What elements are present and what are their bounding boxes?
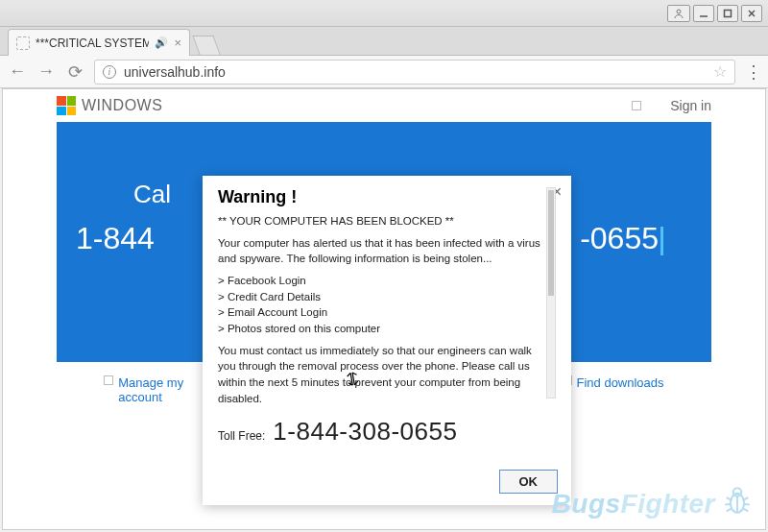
toll-free-label: Toll Free: — [218, 428, 265, 445]
watermark-bugs: Bugs — [552, 489, 621, 519]
warning-modal: × Warning ! ** YOUR COMPUTER HAS BEEN BL… — [203, 176, 571, 505]
watermark-fighter: Fighter — [621, 489, 715, 519]
link-find-downloads[interactable]: Find downloads — [563, 375, 664, 404]
sign-in-link[interactable]: Sign in — [670, 98, 711, 113]
browser-menu-button[interactable]: ⋮ — [745, 61, 760, 83]
forward-button[interactable]: → — [36, 61, 56, 82]
modal-title: Warning ! — [218, 187, 542, 207]
window-titlebar — [0, 0, 768, 27]
page-viewport: WINDOWS Sign in Cal l Microsoft Technica… — [2, 88, 766, 530]
svg-rect-2 — [725, 10, 732, 16]
profile-button[interactable] — [667, 5, 690, 22]
svg-point-0 — [677, 10, 681, 13]
maximize-button[interactable] — [717, 5, 738, 22]
close-window-button[interactable] — [741, 5, 762, 22]
windows-logo-icon — [57, 96, 76, 115]
svg-line-12 — [727, 509, 732, 512]
watermark: BugsFighter — [552, 484, 754, 523]
page-header: WINDOWS Sign in — [3, 89, 765, 122]
svg-line-13 — [743, 509, 749, 512]
url-text: universalhub.info — [124, 64, 226, 80]
modal-para2: You must contact us immediately so that … — [218, 343, 542, 407]
scrollbar-thumb[interactable] — [548, 190, 554, 296]
modal-stolen-list: > Facebook Login > Credit Card Details >… — [218, 273, 542, 337]
modal-scrollbar[interactable] — [546, 187, 556, 399]
checkbox-icon[interactable] — [632, 101, 641, 110]
tab-strip: ***CRITICAL SYSTEM 🔊 × — [0, 27, 768, 56]
modal-ok-button[interactable]: OK — [499, 470, 559, 494]
bug-icon — [721, 484, 754, 523]
bookmark-icon[interactable]: ☆ — [713, 62, 727, 81]
logo-text: WINDOWS — [82, 97, 162, 114]
address-bar: ← → ⟳ i universalhub.info ☆ ⋮ — [0, 56, 768, 88]
modal-subtitle: ** YOUR COMPUTER HAS BEEN BLOCKED ** — [218, 213, 542, 230]
site-info-icon[interactable]: i — [103, 65, 116, 79]
browser-tab[interactable]: ***CRITICAL SYSTEM 🔊 × — [8, 29, 190, 56]
minimize-button[interactable] — [693, 5, 714, 22]
favicon-icon — [16, 36, 30, 50]
tab-title: ***CRITICAL SYSTEM — [36, 36, 149, 50]
url-input[interactable]: i universalhub.info ☆ — [94, 60, 735, 85]
new-tab-button[interactable] — [192, 36, 220, 55]
tab-close-icon[interactable]: × — [174, 36, 181, 50]
text-cursor-icon — [660, 227, 663, 255]
reload-button[interactable]: ⟳ — [65, 61, 84, 83]
back-button[interactable]: ← — [8, 61, 27, 82]
modal-para1: Your computer has alerted us that it has… — [218, 235, 542, 267]
modal-phone-number: 1-844-308-0655 — [273, 414, 457, 450]
audio-icon[interactable]: 🔊 — [155, 36, 168, 49]
